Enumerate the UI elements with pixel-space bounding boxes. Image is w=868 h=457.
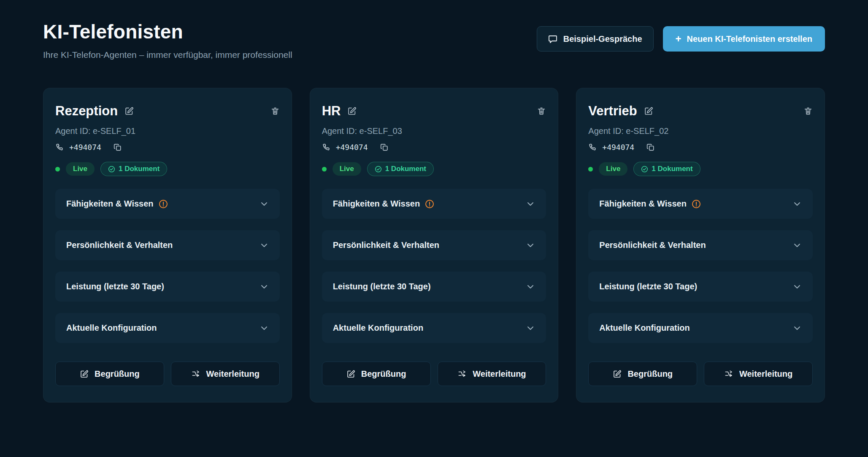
- copy-icon: [380, 143, 389, 152]
- copy-phone-button[interactable]: [646, 143, 655, 152]
- section-configuration[interactable]: Aktuelle Konfiguration: [588, 313, 813, 343]
- live-status-dot: [588, 167, 593, 171]
- chevron-down-icon: [526, 324, 535, 333]
- edit-name-button[interactable]: [644, 106, 653, 116]
- trash-icon: [270, 106, 280, 116]
- edit-icon: [644, 106, 653, 116]
- section-label: Leistung (letzte 30 Tage): [333, 282, 431, 291]
- delete-agent-button[interactable]: [270, 106, 280, 116]
- phone-row: +494074: [588, 143, 813, 152]
- chevron-down-icon: [526, 199, 535, 209]
- copy-phone-button[interactable]: [380, 143, 389, 152]
- section-skills[interactable]: Fähigkeiten & Wissen: [322, 189, 546, 219]
- page-header: KI-Telefonisten Ihre KI-Telefon-Agenten …: [43, 20, 825, 60]
- check-circle-icon: [375, 166, 382, 173]
- create-agent-button[interactable]: + Neuen KI-Telefonisten erstellen: [663, 26, 825, 52]
- chevron-down-icon: [526, 282, 535, 291]
- card-actions: Begrüßung Weiterleitung: [322, 362, 546, 386]
- section-performance[interactable]: Leistung (letzte 30 Tage): [322, 272, 546, 302]
- edit-icon: [124, 106, 134, 116]
- section-personality[interactable]: Persönlichkeit & Verhalten: [322, 230, 546, 260]
- page: KI-Telefonisten Ihre KI-Telefon-Agenten …: [0, 0, 868, 403]
- live-badge: Live: [599, 162, 627, 176]
- plus-icon: +: [676, 34, 681, 44]
- phone-row: +494074: [55, 143, 280, 152]
- greeting-button[interactable]: Begrüßung: [322, 362, 431, 386]
- agent-name: HR: [322, 103, 341, 119]
- forwarding-label: Weiterleitung: [473, 369, 526, 379]
- header-actions: Beispiel-Gespräche + Neuen KI-Telefonist…: [537, 26, 825, 52]
- agent-cards: Rezeption Agent ID: e-SELF_01 +494074 Li…: [43, 88, 825, 403]
- forwarding-button[interactable]: Weiterleitung: [704, 362, 813, 386]
- greeting-label: Begrüßung: [95, 369, 140, 379]
- sections: Fähigkeiten & Wissen Persönlichkeit & Ve…: [588, 189, 813, 343]
- phone-icon: [55, 143, 64, 152]
- copy-icon: [113, 143, 122, 152]
- section-performance[interactable]: Leistung (letzte 30 Tage): [55, 272, 280, 302]
- section-configuration[interactable]: Aktuelle Konfiguration: [322, 313, 546, 343]
- live-badge: Live: [66, 162, 95, 176]
- agent-id: Agent ID: e-SELF_01: [55, 126, 280, 136]
- edit-icon: [346, 370, 355, 378]
- section-personality[interactable]: Persönlichkeit & Verhalten: [55, 230, 280, 260]
- edit-icon: [613, 370, 622, 378]
- delete-agent-button[interactable]: [537, 106, 546, 116]
- phone-number: +494074: [69, 143, 101, 152]
- section-label-wrap: Fähigkeiten & Wissen: [333, 199, 435, 209]
- section-label: Fähigkeiten & Wissen: [333, 199, 420, 209]
- greeting-button[interactable]: Begrüßung: [55, 362, 164, 386]
- edit-name-button[interactable]: [124, 106, 134, 116]
- forwarding-button[interactable]: Weiterleitung: [171, 362, 280, 386]
- example-conversations-button[interactable]: Beispiel-Gespräche: [537, 26, 654, 52]
- documents-badge: 1 Dokument: [100, 162, 167, 176]
- documents-label: 1 Dokument: [385, 165, 426, 173]
- phone-icon: [588, 143, 597, 152]
- section-skills[interactable]: Fähigkeiten & Wissen: [55, 189, 280, 219]
- check-circle-icon: [108, 166, 115, 173]
- copy-phone-button[interactable]: [113, 143, 122, 152]
- edit-icon: [347, 106, 357, 116]
- forwarding-icon: [724, 369, 733, 378]
- card-head: HR: [322, 103, 546, 119]
- sections: Fähigkeiten & Wissen Persönlichkeit & Ve…: [55, 189, 280, 343]
- page-header-text: KI-Telefonisten Ihre KI-Telefon-Agenten …: [43, 20, 292, 60]
- section-personality[interactable]: Persönlichkeit & Verhalten: [588, 230, 813, 260]
- forwarding-label: Weiterleitung: [206, 369, 260, 379]
- badges-row: Live 1 Dokument: [588, 162, 813, 176]
- edit-name-button[interactable]: [347, 106, 357, 116]
- live-status-dot: [322, 167, 327, 171]
- sections: Fähigkeiten & Wissen Persönlichkeit & Ve…: [322, 189, 546, 343]
- agent-id: Agent ID: e-SELF_02: [588, 126, 813, 136]
- section-skills[interactable]: Fähigkeiten & Wissen: [588, 189, 813, 219]
- warning-icon: [425, 199, 434, 209]
- documents-label: 1 Dokument: [652, 165, 692, 173]
- section-label-wrap: Fähigkeiten & Wissen: [599, 199, 701, 209]
- agent-card-hr: HR Agent ID: e-SELF_03 +494074 Live 1 Do…: [310, 88, 559, 403]
- section-label: Leistung (letzte 30 Tage): [66, 282, 164, 291]
- forwarding-button[interactable]: Weiterleitung: [438, 362, 546, 386]
- section-label: Aktuelle Konfiguration: [66, 323, 157, 333]
- section-performance[interactable]: Leistung (letzte 30 Tage): [588, 272, 813, 302]
- greeting-label: Begrüßung: [627, 369, 673, 379]
- agent-card-rezeption: Rezeption Agent ID: e-SELF_01 +494074 Li…: [43, 88, 292, 403]
- badges-row: Live 1 Dokument: [322, 162, 546, 176]
- chevron-down-icon: [792, 241, 802, 250]
- agent-name: Vertrieb: [588, 103, 637, 119]
- delete-agent-button[interactable]: [803, 106, 813, 116]
- greeting-button[interactable]: Begrüßung: [588, 362, 697, 386]
- chevron-down-icon: [260, 324, 269, 333]
- section-label: Aktuelle Konfiguration: [333, 323, 423, 333]
- chevron-down-icon: [526, 241, 535, 250]
- section-label: Persönlichkeit & Verhalten: [333, 240, 439, 250]
- forwarding-icon: [191, 369, 200, 378]
- card-title-wrap: Rezeption: [55, 103, 134, 119]
- section-configuration[interactable]: Aktuelle Konfiguration: [55, 313, 280, 343]
- phone-number: +494074: [602, 143, 634, 152]
- section-label: Leistung (letzte 30 Tage): [599, 282, 697, 291]
- live-status-dot: [55, 167, 60, 171]
- trash-icon: [803, 106, 813, 116]
- agent-id: Agent ID: e-SELF_03: [322, 126, 546, 136]
- card-title-wrap: HR: [322, 103, 357, 119]
- chevron-down-icon: [260, 199, 269, 209]
- section-label: Fähigkeiten & Wissen: [599, 199, 687, 209]
